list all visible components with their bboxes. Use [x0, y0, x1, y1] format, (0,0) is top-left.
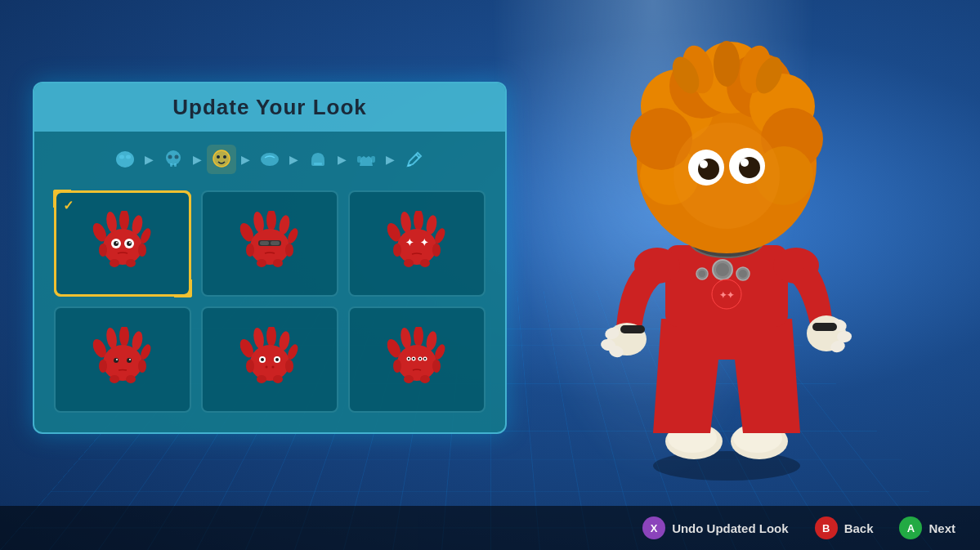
- svg-point-115: [699, 271, 705, 277]
- svg-point-69: [138, 360, 146, 373]
- svg-text:✦: ✦: [420, 237, 428, 248]
- undo-label: Undo Updated Look: [672, 521, 789, 535]
- step-face-icon[interactable]: [207, 145, 236, 174]
- svg-point-0: [116, 151, 134, 168]
- back-button[interactable]: B Back: [815, 516, 874, 539]
- svg-point-142: [714, 41, 740, 87]
- step-arrow-6: ▶: [386, 153, 395, 166]
- character-display-area: ✦✦: [522, 16, 931, 507]
- svg-text:✦✦: ✦✦: [719, 290, 734, 300]
- svg-rect-124: [620, 325, 645, 333]
- svg-point-65: [129, 359, 131, 360]
- svg-rect-129: [812, 323, 837, 331]
- svg-point-85: [285, 360, 293, 373]
- step-navigation: ▶ ▶ ▶ ▶ ▶ ▶: [34, 132, 505, 184]
- svg-point-80: [266, 366, 268, 369]
- svg-point-54: [393, 244, 401, 257]
- selected-checkmark: ✓: [63, 198, 74, 213]
- svg-rect-14: [371, 156, 375, 163]
- svg-point-84: [246, 360, 254, 373]
- undo-button[interactable]: X Undo Updated Look: [642, 516, 789, 539]
- creature-cell-4[interactable]: [54, 306, 191, 413]
- creature-cell-3[interactable]: ✦ ✦: [348, 190, 486, 297]
- svg-point-64: [116, 359, 118, 360]
- svg-point-98: [419, 358, 421, 360]
- svg-rect-12: [314, 163, 322, 165]
- svg-text:✦: ✦: [405, 237, 414, 248]
- svg-point-42: [246, 244, 254, 257]
- character-svg: ✦✦: [571, 33, 882, 490]
- back-label: Back: [844, 521, 874, 535]
- svg-point-104: [653, 451, 800, 481]
- b-button-circle: B: [815, 516, 838, 539]
- svg-point-72: [266, 327, 276, 347]
- a-button-circle: A: [899, 516, 922, 539]
- svg-point-20: [103, 229, 142, 265]
- svg-point-33: [266, 211, 276, 230]
- creature-cell-6[interactable]: [348, 306, 486, 413]
- bottom-bar: X Undo Updated Look B Back A Next: [0, 506, 980, 550]
- svg-point-111: [716, 263, 729, 276]
- creature-1-image: [90, 211, 155, 276]
- svg-point-27: [110, 259, 119, 267]
- svg-point-7: [175, 155, 179, 159]
- step-skull-icon[interactable]: [159, 145, 188, 174]
- svg-point-41: [273, 259, 283, 267]
- next-label: Next: [929, 521, 955, 535]
- svg-point-101: [420, 375, 430, 383]
- step-edit-icon[interactable]: [400, 145, 429, 174]
- svg-point-66: [110, 375, 119, 383]
- svg-point-62: [114, 358, 119, 363]
- svg-rect-39: [271, 241, 280, 245]
- x-button-circle: X: [642, 516, 665, 539]
- creature-cell-5[interactable]: [201, 306, 338, 413]
- svg-point-100: [404, 375, 414, 383]
- step-mask-icon[interactable]: [255, 145, 284, 174]
- creature-4-image: [90, 327, 155, 392]
- svg-point-3: [166, 150, 181, 165]
- svg-point-79: [275, 358, 279, 361]
- step-arrow-4: ▶: [289, 153, 298, 166]
- step-arrow-2: ▶: [193, 153, 202, 166]
- step-arrow-5: ▶: [338, 153, 347, 166]
- svg-point-24: [127, 241, 132, 246]
- svg-point-10: [223, 155, 226, 159]
- step-arrow-3: ▶: [241, 153, 250, 166]
- step-suit-icon[interactable]: [351, 145, 381, 174]
- creature-cell-1[interactable]: ✓: [54, 190, 191, 297]
- creature-cell-2[interactable]: [201, 190, 338, 297]
- svg-point-103: [432, 360, 441, 373]
- svg-point-152: [741, 159, 749, 167]
- svg-point-9: [217, 155, 220, 159]
- svg-point-99: [424, 358, 426, 360]
- svg-point-1: [119, 155, 124, 159]
- next-button[interactable]: A Next: [899, 516, 955, 539]
- svg-point-97: [413, 358, 414, 360]
- svg-point-75: [250, 345, 289, 381]
- svg-point-61: [103, 345, 142, 381]
- svg-point-17: [119, 211, 129, 230]
- svg-point-82: [257, 375, 266, 383]
- svg-point-55: [432, 244, 441, 257]
- svg-rect-13: [357, 156, 361, 163]
- creature-6-image: [384, 327, 450, 392]
- svg-point-2: [126, 155, 131, 159]
- bracket-br: [174, 279, 192, 297]
- panel-header: Update Your Look: [34, 83, 505, 132]
- svg-point-29: [99, 244, 107, 257]
- step-arrow-1: ▶: [145, 153, 154, 166]
- step-helmet-icon[interactable]: [303, 145, 333, 174]
- svg-point-52: [404, 259, 414, 267]
- step-body-icon[interactable]: [110, 145, 140, 174]
- creature-3-image: ✦ ✦: [384, 211, 450, 276]
- creature-5-image: [237, 327, 302, 392]
- creature-2-image: [237, 211, 302, 276]
- svg-point-83: [273, 375, 283, 383]
- svg-point-43: [285, 244, 293, 257]
- svg-point-8: [213, 150, 230, 167]
- customization-panel: Update Your Look ▶ ▶ ▶ ▶ ▶ ▶: [33, 82, 507, 434]
- svg-point-91: [397, 345, 436, 381]
- svg-rect-38: [260, 241, 269, 245]
- panel-title: Update Your Look: [172, 95, 367, 119]
- svg-point-25: [116, 242, 118, 244]
